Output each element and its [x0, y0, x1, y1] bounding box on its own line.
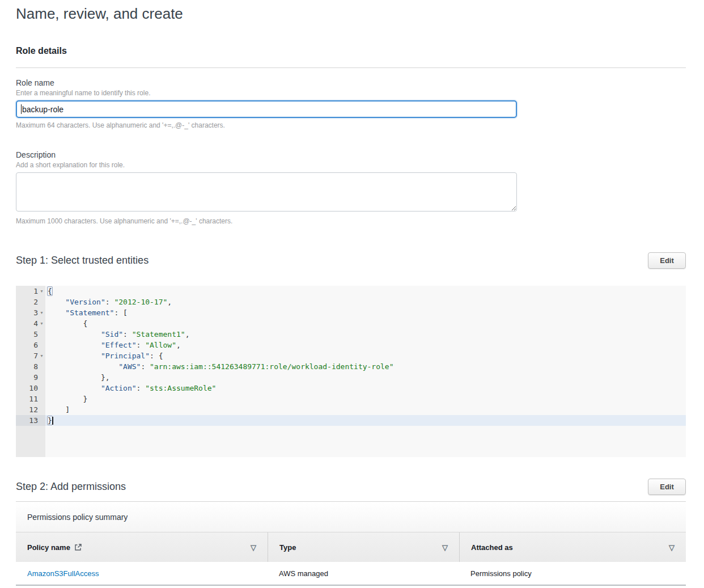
code-text: "Sid": "Statement1",	[45, 329, 686, 340]
editor-gutter-fill	[16, 426, 45, 457]
line-number: 8	[33, 361, 38, 372]
column-header-label: Attached as	[471, 543, 513, 552]
line-number: 12	[29, 404, 38, 415]
fold-arrow-icon[interactable]: ▾	[38, 286, 45, 297]
json-punctuation: :	[137, 384, 146, 392]
json-key: "AWS"	[118, 362, 141, 371]
code-lines: 1▾{2 "Version": "2012-10-17",3▾ "Stateme…	[16, 286, 686, 426]
sort-filter-icon[interactable]: ▽	[442, 544, 448, 551]
permissions-panel-title: Permissions policy summary	[16, 502, 686, 532]
trust-policy-json-editor[interactable]: 1▾{2 "Version": "2012-10-17",3▾ "Stateme…	[16, 286, 686, 457]
sort-filter-icon[interactable]: ▽	[669, 544, 675, 551]
fold-arrow-icon[interactable]: ▾	[38, 307, 45, 318]
main-content: Name, review, and create Role details Ro…	[0, 0, 704, 586]
code-text: }	[45, 415, 686, 426]
line-number-gutter: 8	[16, 361, 45, 372]
line-number-gutter: 4▾	[16, 318, 45, 329]
json-punctuation	[48, 308, 65, 317]
json-punctuation	[48, 330, 101, 339]
divider	[16, 67, 686, 68]
line-number: 7	[33, 350, 38, 361]
json-punctuation	[48, 384, 101, 392]
json-punctuation: },	[48, 373, 110, 382]
json-key: "Sid"	[101, 330, 123, 339]
line-number: 1	[33, 286, 38, 297]
external-link-icon	[74, 543, 82, 551]
policy-name-link[interactable]: AmazonS3FullAccess	[27, 569, 99, 578]
json-punctuation: : [	[114, 308, 127, 317]
code-line[interactable]: 10 "Action": "sts:AssumeRole"	[16, 383, 686, 394]
policy-type-cell: AWS managed	[268, 569, 459, 578]
json-punctuation: :	[141, 362, 150, 371]
column-header-type[interactable]: Type▽	[268, 532, 459, 562]
line-number: 11	[29, 394, 38, 404]
json-key: "Version"	[65, 298, 105, 306]
code-line[interactable]: 13}	[16, 415, 686, 426]
json-punctuation	[48, 362, 118, 371]
json-punctuation: : {	[150, 352, 163, 360]
json-key: "Statement"	[65, 308, 114, 317]
fold-arrow-icon[interactable]: ▾	[38, 318, 45, 329]
json-punctuation: {	[48, 319, 87, 328]
sort-filter-icon[interactable]: ▽	[251, 544, 256, 551]
editor-empty-area[interactable]	[16, 426, 686, 457]
code-line[interactable]: 2 "Version": "2012-10-17",	[16, 297, 686, 307]
json-punctuation: :	[123, 330, 132, 339]
json-string: "sts:AssumeRole"	[145, 384, 216, 392]
policy-table-body: AmazonS3FullAccessAWS managedPermissions…	[16, 562, 686, 586]
line-number: 4	[33, 318, 38, 329]
code-line[interactable]: 6 "Effect": "Allow",	[16, 340, 686, 350]
line-number-gutter: 1▾	[16, 286, 45, 297]
line-number: 3	[33, 307, 38, 318]
description-textarea[interactable]	[16, 172, 517, 211]
json-punctuation: ,	[176, 341, 181, 349]
code-line[interactable]: 11 }	[16, 394, 686, 404]
json-punctuation: ,	[185, 330, 190, 339]
step1-heading: Step 1: Select trusted entities	[16, 255, 149, 266]
fold-arrow-icon[interactable]: ▾	[38, 350, 45, 361]
policy-name-cell: AmazonS3FullAccess	[16, 569, 268, 578]
code-line[interactable]: 8 "AWS": "arn:aws:iam::541263489771:role…	[16, 361, 686, 372]
code-line[interactable]: 3▾ "Statement": [	[16, 307, 686, 318]
line-number: 5	[33, 329, 38, 340]
json-punctuation	[48, 341, 101, 349]
description-hint: Add a short explanation for this role.	[16, 161, 686, 169]
line-number-gutter: 7▾	[16, 350, 45, 361]
column-header-attached-as[interactable]: Attached as▽	[459, 532, 686, 562]
step1-header-row: Step 1: Select trusted entities Edit	[16, 252, 686, 269]
role-name-input-wrap	[16, 100, 517, 118]
line-number: 9	[33, 372, 38, 383]
json-punctuation	[48, 352, 101, 360]
step2-heading: Step 2: Add permissions	[16, 481, 126, 493]
code-line[interactable]: 4▾ {	[16, 318, 686, 329]
line-number-gutter: 9	[16, 372, 45, 383]
line-number-gutter: 11	[16, 394, 45, 404]
editor-content-fill	[45, 426, 686, 457]
json-punctuation: ,	[167, 298, 172, 306]
code-line[interactable]: 7▾ "Principal": {	[16, 350, 686, 361]
attached-as-cell: Permissions policy	[459, 569, 686, 578]
line-number: 6	[33, 340, 38, 350]
json-key: "Action"	[101, 384, 137, 392]
code-line[interactable]: 12 ]	[16, 404, 686, 415]
role-name-input[interactable]	[16, 100, 517, 118]
step1-edit-button[interactable]: Edit	[648, 252, 686, 269]
column-header-label: Type	[279, 543, 296, 552]
role-name-label: Role name	[16, 78, 686, 87]
json-string: "Statement1"	[132, 330, 185, 339]
code-text: {	[45, 318, 686, 329]
line-number-gutter: 3▾	[16, 307, 45, 318]
line-number-gutter: 5	[16, 329, 45, 340]
policy-table-row: AmazonS3FullAccessAWS managedPermissions…	[16, 562, 686, 586]
code-line[interactable]: 1▾{	[16, 286, 686, 297]
code-line[interactable]: 9 },	[16, 372, 686, 383]
step2-edit-button[interactable]: Edit	[648, 479, 686, 495]
json-string: "Allow"	[145, 341, 176, 349]
role-name-hint: Enter a meaningful name to identify this…	[16, 89, 686, 97]
line-number-gutter: 13	[16, 415, 45, 426]
code-line[interactable]: 5 "Sid": "Statement1",	[16, 329, 686, 340]
json-string: "2012-10-17"	[114, 298, 167, 306]
json-string: "arn:aws:iam::541263489771:role/workload…	[150, 362, 393, 371]
line-number-gutter: 12	[16, 404, 45, 415]
column-header-policy-name[interactable]: Policy name▽	[16, 532, 268, 562]
